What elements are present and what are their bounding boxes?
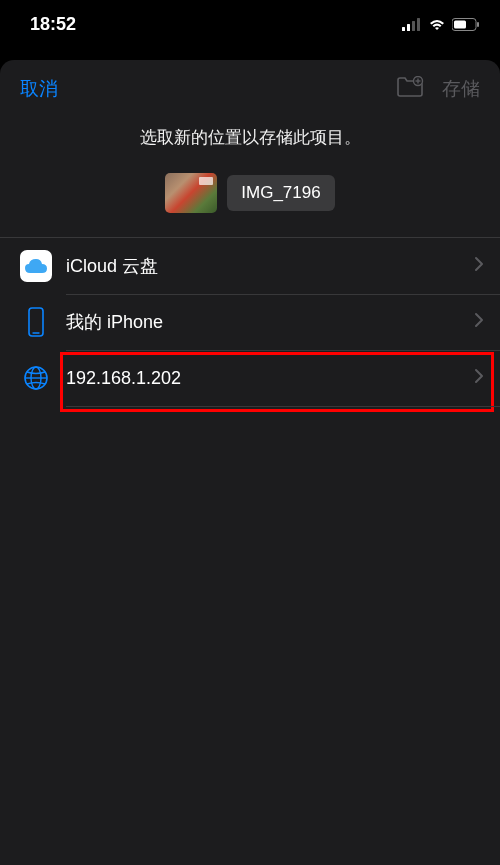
svg-rect-3 — [417, 18, 420, 31]
status-time: 18:52 — [30, 14, 76, 35]
globe-icon — [20, 362, 52, 394]
svg-rect-2 — [412, 21, 415, 31]
svg-rect-1 — [407, 24, 410, 31]
location-item-icloud[interactable]: iCloud 云盘 — [0, 238, 500, 294]
chevron-right-icon — [474, 256, 484, 276]
svg-rect-0 — [402, 27, 405, 31]
location-label: 我的 iPhone — [66, 310, 474, 334]
battery-icon — [452, 18, 480, 31]
svg-rect-11 — [29, 308, 43, 336]
cancel-button[interactable]: 取消 — [20, 76, 58, 102]
location-item-iphone[interactable]: 我的 iPhone — [0, 294, 500, 350]
svg-rect-5 — [454, 20, 466, 28]
chevron-right-icon — [474, 368, 484, 388]
filename-badge[interactable]: IMG_7196 — [227, 175, 334, 211]
location-item-network[interactable]: 192.168.1.202 — [0, 350, 500, 406]
location-label: iCloud 云盘 — [66, 254, 474, 278]
location-list: iCloud 云盘 我的 iPhone — [0, 238, 500, 406]
prompt-text: 选取新的位置以存储此项目。 — [0, 112, 500, 173]
save-sheet: 取消 存储 选取新的位置以存储此项目。 IMG_7196 — [0, 60, 500, 865]
file-preview: IMG_7196 — [0, 173, 500, 237]
svg-rect-6 — [477, 22, 479, 27]
wifi-icon — [428, 18, 446, 31]
sheet-header: 取消 存储 — [0, 60, 500, 112]
new-folder-icon[interactable] — [396, 76, 424, 102]
location-label: 192.168.1.202 — [66, 368, 474, 389]
chevron-right-icon — [474, 312, 484, 332]
status-bar: 18:52 — [0, 0, 500, 44]
signal-icon — [402, 18, 422, 31]
iphone-icon — [20, 306, 52, 338]
icloud-icon — [20, 250, 52, 282]
save-button: 存储 — [442, 76, 480, 102]
file-thumbnail — [165, 173, 217, 213]
status-icons — [402, 18, 480, 31]
